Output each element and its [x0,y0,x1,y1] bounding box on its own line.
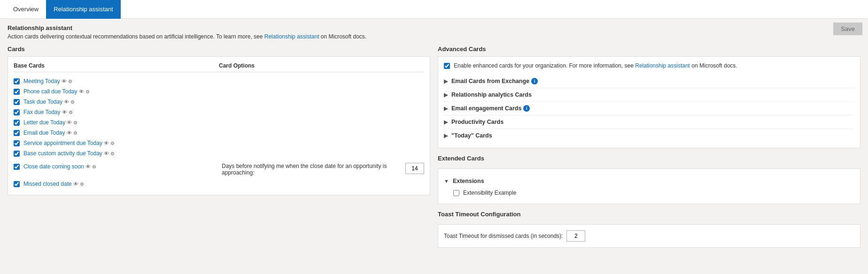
card-phone-call-checkbox[interactable] [14,89,20,95]
enable-row: Enable enhanced cards for your organizat… [444,62,854,69]
eye-icon-missed-closed-date[interactable]: 👁 [73,181,78,187]
card-email-due-label[interactable]: Email due Today [23,129,65,136]
chevron-right-icon-today-cards: ▶ [444,133,448,139]
card-phone-call: Phone call due Today 👁 ⚙ [14,86,424,97]
card-meeting-today-label[interactable]: Meeting Today [23,78,60,84]
tab-overview[interactable]: Overview [6,0,46,19]
settings-icon-fax-due[interactable]: ⚙ [69,110,73,115]
extended-cards-section-title: Extended Cards [438,155,860,162]
toast-timeout-input[interactable] [566,230,585,242]
settings-icon-letter-due[interactable]: ⚙ [73,120,78,125]
eye-icon-phone-call[interactable]: 👁 [79,89,84,94]
enable-enhanced-cards-checkbox[interactable] [444,63,450,69]
col-base-header: Base Cards [14,62,219,69]
card-fax-due-checkbox[interactable] [14,109,20,115]
card-meeting-today: Meeting Today 👁 ⚙ [14,76,424,86]
card-close-date: Close date coming soon 👁 ⚙ [14,161,216,172]
card-missed-closed-date-label[interactable]: Missed closed date [23,181,72,187]
accordion-label-extensions: Extensions [453,178,484,184]
advanced-cards-section: Advanced Cards Enable enhanced cards for… [438,46,860,148]
card-base-custom-activity-label[interactable]: Base custom activity due Today [23,150,102,157]
cards-section-title: Cards [8,46,430,53]
chevron-down-icon-extensions: ▼ [444,178,449,184]
settings-icon-email-due[interactable]: ⚙ [73,130,78,136]
accordion-label-today-cards: "Today" Cards [451,132,492,139]
eye-icon-task-due[interactable]: 👁 [64,99,69,105]
relationship-assistant-link[interactable]: Relationship assistant [264,33,319,40]
advanced-cards-box: Enable enhanced cards for your organizat… [438,56,860,148]
card-service-appointment: Service appointment due Today 👁 ⚙ [14,138,424,148]
accordion-label-relationship-analytics: Relationship analytics Cards [451,91,532,98]
card-letter-due-checkbox[interactable] [14,120,20,126]
eye-icon-email-due[interactable]: 👁 [67,130,72,136]
eye-icon-close-date[interactable]: 👁 [85,164,91,169]
accordion-relationship-analytics: ▶ Relationship analytics Cards [444,88,854,102]
page-description: Action cards delivering contextual recom… [8,33,860,40]
card-meeting-today-checkbox[interactable] [14,78,20,84]
card-close-date-checkbox[interactable] [14,164,20,170]
accordion-email-engagement: ▶ Email engagement Cards i [444,102,854,115]
card-missed-closed-date-checkbox[interactable] [14,181,20,187]
cards-section: Cards Base Cards Card Options Meeting To… [8,46,430,248]
accordion-header-extensions[interactable]: ▼ Extensions [444,175,854,188]
eye-icon-meeting-today[interactable]: 👁 [62,78,67,84]
extensibility-example-checkbox[interactable] [453,190,459,196]
card-task-due-label[interactable]: Task due Today [23,99,62,105]
save-button[interactable]: Save [833,23,862,35]
card-missed-closed-date: Missed closed date 👁 ⚙ [14,179,424,189]
accordion-label-productivity-cards: Productivity Cards [451,119,504,125]
accordion-header-productivity-cards[interactable]: ▶ Productivity Cards [444,115,854,129]
chevron-right-icon-productivity-cards: ▶ [444,119,448,125]
ext-extensibility-example: Extensibility Example [444,188,854,198]
main-two-col: Cards Base Cards Card Options Meeting To… [8,46,860,248]
card-service-appointment-label[interactable]: Service appointment due Today [23,140,102,146]
eye-icon-letter-due[interactable]: 👁 [67,120,72,125]
extended-cards-section: Extended Cards ▼ Extensions Extensibilit… [438,155,860,204]
card-fax-due-label[interactable]: Fax due Today [23,109,61,115]
card-email-due: Email due Today 👁 ⚙ [14,128,424,138]
page-content: Save Relationship assistant Action cards… [0,19,868,274]
settings-icon-missed-closed-date[interactable]: ⚙ [80,182,84,187]
accordion-header-relationship-analytics[interactable]: ▶ Relationship analytics Cards [444,88,854,101]
card-service-appointment-checkbox[interactable] [14,140,20,146]
col-options-header: Card Options [219,62,424,69]
settings-icon-base-custom-activity[interactable]: ⚙ [110,151,115,156]
settings-icon-phone-call[interactable]: ⚙ [85,89,90,94]
card-close-date-label[interactable]: Close date coming soon [23,163,84,170]
tab-relationship-assistant[interactable]: Relationship assistant [46,0,120,19]
settings-icon-close-date[interactable]: ⚙ [92,164,96,169]
right-column: Advanced Cards Enable enhanced cards for… [438,46,860,248]
card-task-due: Task due Today 👁 ⚙ [14,97,424,107]
card-phone-call-label[interactable]: Phone call due Today [23,88,78,95]
card-base-custom-activity: Base custom activity due Today 👁 ⚙ [14,148,424,159]
advanced-relationship-assistant-link[interactable]: Relationship assistant [635,62,690,69]
accordion-header-email-engagement[interactable]: ▶ Email engagement Cards i [444,102,854,115]
accordion-header-email-cards-exchange[interactable]: ▶ Email Cards from Exchange i [444,75,854,88]
eye-icon-fax-due[interactable]: 👁 [62,109,67,115]
info-icon-email-cards-exchange[interactable]: i [531,78,538,84]
days-label: Days before notifying me when the close … [222,163,402,176]
enable-text: Enable enhanced cards for your organizat… [454,62,737,69]
extended-cards-box: ▼ Extensions Extensibility Example [438,168,860,204]
settings-icon-meeting-today[interactable]: ⚙ [68,79,72,84]
card-letter-due-label[interactable]: Letter due Today [23,119,65,126]
accordion-label-email-engagement: Email engagement Cards [451,105,521,112]
page-header: Relationship assistant Action cards deli… [8,24,860,40]
info-icon-email-engagement[interactable]: i [523,105,530,112]
accordion-label-email-cards-exchange: Email Cards from Exchange [451,78,529,84]
settings-icon-service-appointment[interactable]: ⚙ [110,141,115,146]
accordion-header-today-cards[interactable]: ▶ "Today" Cards [444,129,854,142]
days-input[interactable] [405,163,424,174]
eye-icon-base-custom-activity[interactable]: 👁 [104,151,109,156]
toast-label: Toast Timeout for dismissed cards (in se… [444,233,563,239]
eye-icon-service-appointment[interactable]: 👁 [104,140,109,146]
toast-section: Toast Timeout Configuration Toast Timeou… [438,211,860,248]
settings-icon-task-due[interactable]: ⚙ [70,99,75,105]
card-email-due-checkbox[interactable] [14,130,20,136]
days-row: Close date coming soon 👁 ⚙ Days before n… [14,159,424,179]
card-task-due-checkbox[interactable] [14,99,20,105]
extensibility-example-label: Extensibility Example [463,190,516,196]
card-base-custom-activity-checkbox[interactable] [14,151,20,157]
page-title: Relationship assistant [8,24,860,31]
toast-box: Toast Timeout for dismissed cards (in se… [438,224,860,248]
